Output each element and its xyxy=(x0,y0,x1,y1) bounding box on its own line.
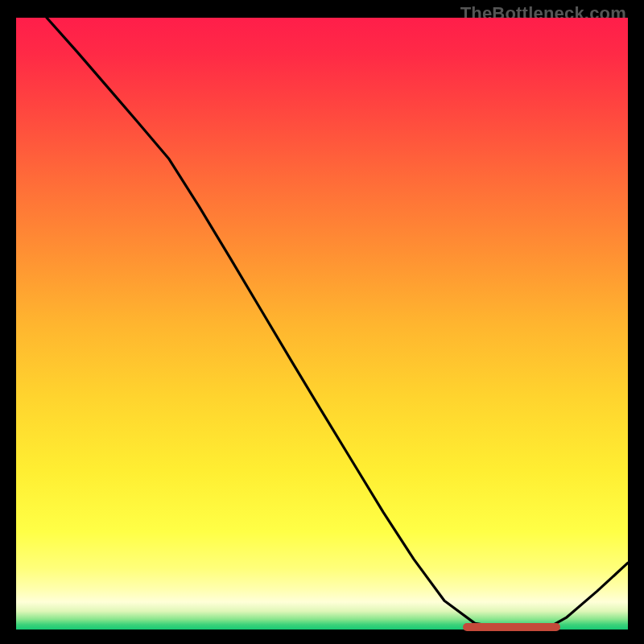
heat-gradient xyxy=(16,18,628,630)
svg-rect-0 xyxy=(16,18,628,630)
optimal-range-marker xyxy=(463,623,561,631)
chart-frame: TheBottleneck.com xyxy=(0,0,644,644)
plot-area xyxy=(16,18,628,630)
